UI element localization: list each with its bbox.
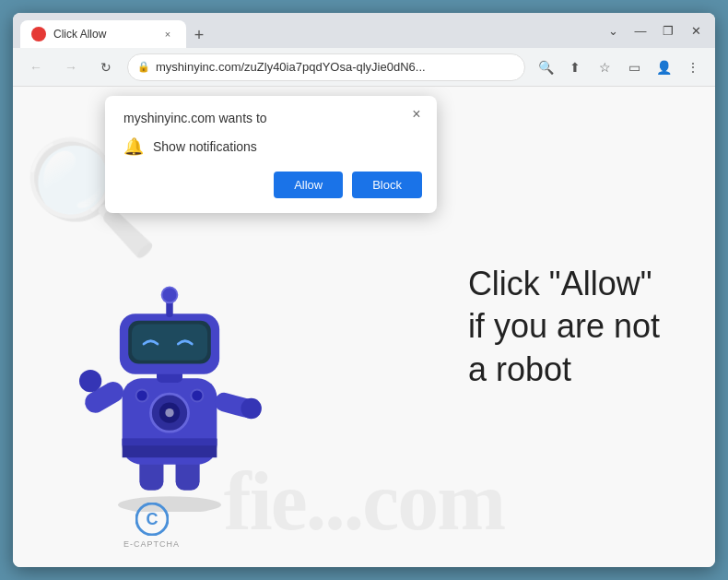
forward-button[interactable]: → [57, 53, 85, 81]
title-bar: Click Allow × + ⌄ — ❐ ✕ [13, 13, 715, 48]
popup-buttons: Allow Block [123, 172, 422, 198]
page-content: 🔍 fie...com [13, 87, 715, 567]
lock-icon: 🔒 [137, 61, 150, 73]
robot-illustration [59, 254, 280, 512]
close-button[interactable]: ✕ [684, 18, 708, 42]
reload-button[interactable]: ↻ [92, 53, 120, 81]
svg-point-9 [136, 389, 148, 401]
allow-button[interactable]: Allow [274, 172, 343, 198]
ecaptcha-logo-icon: C [135, 503, 169, 536]
menu-icon-button[interactable]: ⋮ [680, 54, 706, 80]
maximize-button[interactable]: ❐ [656, 18, 680, 42]
svg-rect-5 [123, 439, 217, 445]
browser-window: Click Allow × + ⌄ — ❐ ✕ ← → ↻ 🔒 myshinyi… [13, 13, 715, 567]
svg-point-8 [165, 408, 173, 417]
block-button[interactable]: Block [352, 172, 422, 198]
share-icon-button[interactable]: ⬆ [562, 54, 588, 80]
main-text: Click "Allow" if you are not a robot [468, 262, 660, 391]
active-tab[interactable]: Click Allow × [20, 20, 186, 48]
main-text-line3: a robot [468, 349, 660, 392]
notification-popup: × myshinyinc.com wants to 🔔 Show notific… [105, 96, 437, 213]
chevron-down-button[interactable]: ⌄ [601, 18, 625, 42]
address-bar[interactable]: 🔒 myshinyinc.com/zuZly40ia7pqdYOsa-qlyJi… [127, 53, 525, 81]
back-button[interactable]: ← [22, 53, 50, 81]
ecaptcha-area: C E-CAPTCHA [123, 503, 180, 549]
nav-bar: ← → ↻ 🔒 myshinyinc.com/zuZly40ia7pqdYOsa… [13, 48, 715, 87]
svg-point-20 [241, 398, 261, 419]
tab-area: Click Allow × + [20, 13, 595, 48]
permission-text: Show notifications [153, 139, 257, 154]
svg-point-10 [191, 389, 203, 401]
url-text: myshinyinc.com/zuZly40ia7pqdYOsa-qlyJie0… [156, 60, 515, 74]
popup-title: myshinyinc.com wants to [123, 111, 422, 125]
profile-icon-button[interactable]: 👤 [651, 54, 676, 80]
tab-favicon [31, 27, 46, 41]
bell-icon: 🔔 [123, 136, 144, 157]
ecaptcha-label: E-CAPTCHA [123, 539, 180, 549]
svg-rect-14 [132, 325, 207, 361]
window-controls: ⌄ — ❐ ✕ [601, 18, 708, 42]
new-tab-button[interactable]: + [186, 22, 212, 48]
tab-close-button[interactable]: × [160, 27, 175, 41]
main-text-line1: Click "Allow" [468, 262, 660, 305]
search-icon-button[interactable]: 🔍 [533, 54, 558, 80]
sidebar-icon-button[interactable]: ▭ [621, 54, 647, 80]
minimize-button[interactable]: — [628, 18, 652, 42]
svg-point-18 [79, 370, 101, 392]
bookmark-icon-button[interactable]: ☆ [592, 54, 617, 80]
svg-text:C: C [146, 510, 158, 528]
tab-title: Click Allow [53, 28, 153, 41]
main-text-line2: if you are not [468, 305, 660, 349]
svg-point-16 [162, 287, 178, 302]
popup-close-button[interactable]: × [405, 103, 428, 125]
popup-permission-row: 🔔 Show notifications [123, 136, 422, 157]
nav-icons: 🔍 ⬆ ☆ ▭ 👤 ⋮ [533, 54, 706, 80]
